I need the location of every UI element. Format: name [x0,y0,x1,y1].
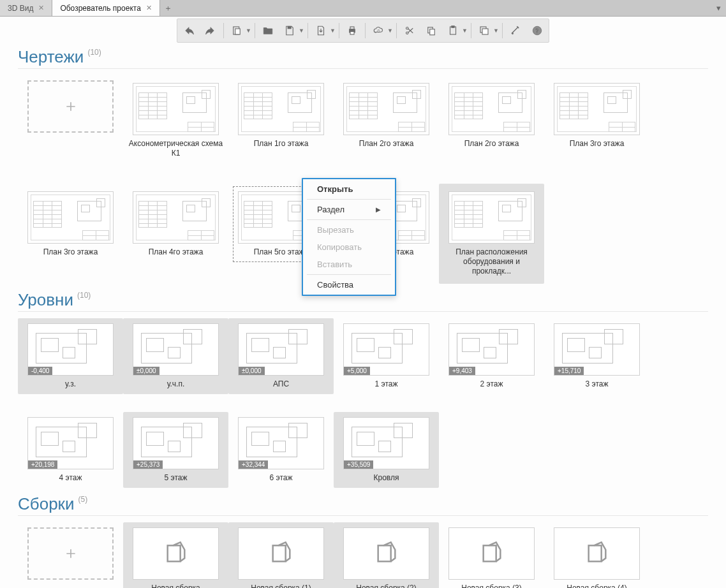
settings-button[interactable] [505,20,526,41]
section-title: Чертежи [18,47,84,67]
collapse-icon[interactable]: ▾ [711,0,726,16]
separator [307,199,391,200]
tab-3d-view[interactable]: 3D Вид ✕ [0,0,52,16]
close-icon[interactable]: ✕ [38,4,44,12]
level-thumb: +9,403 [448,323,535,376]
level-thumb: ±0,000 [133,323,219,376]
chevron-down-icon[interactable]: ▼ [330,27,336,34]
plus-icon [27,527,114,580]
ctx-open[interactable]: Открыть [303,180,395,198]
assembly-item[interactable]: Новая сборка (1) [228,522,334,588]
level-item[interactable]: +32,3446 этаж [228,412,334,488]
assemblies-grid: Новая сборкаНовая сборка (1)Новая сборка… [18,522,708,588]
svg-rect-1 [235,29,241,34]
chevron-down-icon[interactable]: ▼ [493,27,500,34]
assembly-thumb [343,527,429,580]
drawing-item[interactable]: План 1го этажа [228,75,334,166]
drawing-thumb [238,83,324,135]
ctx-paste: Вставить [303,256,395,273]
separator [255,23,255,38]
separator [471,23,471,38]
save-button[interactable] [279,20,300,41]
item-label: 3 этаж [586,379,609,389]
open-folder-button[interactable] [258,20,278,41]
separator [223,23,224,38]
level-item[interactable]: ±0,000у.ч.п. [123,318,228,394]
level-item[interactable]: +9,4032 этаж [439,318,544,394]
copy-button[interactable] [421,20,441,41]
add-drawing-button[interactable] [18,75,123,166]
level-item[interactable]: +5,0001 этаж [334,318,439,394]
item-label: Аксонометрическая схема К1 [128,139,224,158]
undo-button[interactable] [179,20,199,41]
svg-text:?: ? [536,27,538,34]
close-icon[interactable]: ✕ [146,4,152,12]
assembly-item[interactable]: Новая сборка (2) [334,522,439,588]
paste-from-button[interactable] [226,20,247,41]
drawing-thumb [343,83,429,135]
tab-label: Обозреватель проекта [60,4,140,13]
section-levels: Уровни (10) -0,400у.з. ±0,000у.ч.п. ±0,0… [18,290,708,488]
item-label: План расположения оборудования и проклад… [444,247,540,276]
drawing-item[interactable]: Аксонометрическая схема К1 [123,75,228,166]
chevron-down-icon[interactable]: ▼ [299,27,305,34]
level-item[interactable]: +35,509Кровля [334,412,439,488]
section-title: Сборки [18,494,75,514]
ctx-label: Вырезать [317,225,354,235]
stack-button[interactable] [474,20,494,41]
drawing-thumb [27,191,114,244]
separator [307,23,308,38]
chevron-down-icon[interactable]: ▼ [246,27,252,34]
toolbar-group: ▼ ▼ ▼ ▼ ▼ ▼ ? [177,18,549,43]
paste-button[interactable] [443,20,463,41]
assembly-item[interactable]: Новая сборка (4) [544,522,649,588]
item-label: АПС [273,379,289,389]
level-item[interactable]: +20,1984 этаж [18,412,123,488]
drawing-item[interactable]: План 2го этажа [439,75,544,166]
add-assembly-button[interactable] [18,522,123,588]
item-label: План 4го этажа [149,247,204,257]
drawing-item[interactable]: План расположения оборудования и проклад… [439,184,544,284]
drawing-item[interactable]: План 4го этажа [123,184,228,284]
svg-rect-4 [350,27,354,29]
assembly-thumb [448,527,535,580]
help-button[interactable]: ? [527,20,547,41]
chevron-down-icon[interactable]: ▼ [387,27,394,34]
level-item[interactable]: ±0,000АПС [228,318,334,394]
level-item[interactable]: +25,3735 этаж [123,412,228,488]
print-button[interactable] [342,20,362,41]
drawing-item[interactable]: План 3го этажа [544,75,649,166]
section-count: (5) [78,495,88,504]
level-item[interactable]: -0,400у.з. [18,318,123,394]
add-tab-button[interactable]: ＋ [160,0,177,16]
tab-project-browser[interactable]: Обозреватель проекта ✕ [52,0,159,16]
ctx-cut: Вырезать [303,221,395,239]
item-label: Новая сборка (4) [567,584,627,588]
ctx-properties[interactable]: Свойства [303,276,395,293]
separator [396,23,397,38]
cut-button[interactable] [399,20,420,41]
assembly-item[interactable]: Новая сборка [123,522,228,588]
svg-rect-13 [482,29,488,34]
level-thumb: +32,344 [238,417,324,469]
level-thumb: -0,400 [27,323,114,376]
separator [339,23,339,38]
assembly-item[interactable]: Новая сборка (3) [439,522,544,588]
chevron-down-icon[interactable]: ▼ [462,27,468,34]
drawing-item[interactable]: План 3го этажа [18,184,123,284]
item-label: Кровля [374,473,399,483]
drawing-item[interactable]: План 2го этажа [334,75,439,166]
item-label: План 5го этажа [254,247,309,257]
separator [307,274,391,275]
section-assemblies: Сборки (5) Новая сборкаНовая сборка (1)Н… [18,494,708,588]
tab-bar: 3D Вид ✕ Обозреватель проекта ✕ ＋ ▾ [0,0,726,17]
export-button[interactable] [311,20,331,41]
item-label: План 1го этажа [254,139,309,149]
ctx-section[interactable]: Раздел▶ [303,201,395,218]
item-label: 2 этаж [480,379,503,389]
level-thumb: +5,000 [343,323,429,376]
redo-button[interactable] [200,20,221,41]
cloud-sync-button[interactable] [368,20,389,41]
level-item[interactable]: +15,7103 этаж [544,318,649,394]
toolbar: ▼ ▼ ▼ ▼ ▼ ▼ ? [0,17,726,45]
